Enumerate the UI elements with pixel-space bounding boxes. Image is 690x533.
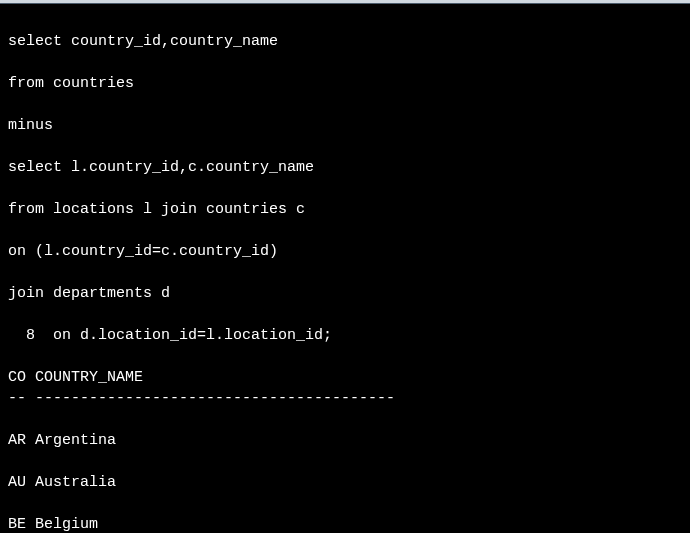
sql-query-line: 8 on d.location_id=l.location_id; [8, 325, 682, 346]
sql-query-line: select country_id,country_name [8, 31, 682, 52]
sql-query-line: minus [8, 115, 682, 136]
sql-query-line: on (l.country_id=c.country_id) [8, 241, 682, 262]
terminal-output[interactable]: select country_id,country_name from coun… [0, 4, 690, 533]
result-row: AR Argentina [8, 430, 682, 451]
result-row: BE Belgium [8, 514, 682, 533]
result-separator: -- -------------------------------------… [8, 388, 682, 409]
result-row: AU Australia [8, 472, 682, 493]
sql-query-line: join departments d [8, 283, 682, 304]
result-header: CO COUNTRY_NAME [8, 369, 143, 386]
sql-query-line: select l.country_id,c.country_name [8, 157, 682, 178]
sql-query-line: from countries [8, 73, 682, 94]
sql-query-line: from locations l join countries c [8, 199, 682, 220]
